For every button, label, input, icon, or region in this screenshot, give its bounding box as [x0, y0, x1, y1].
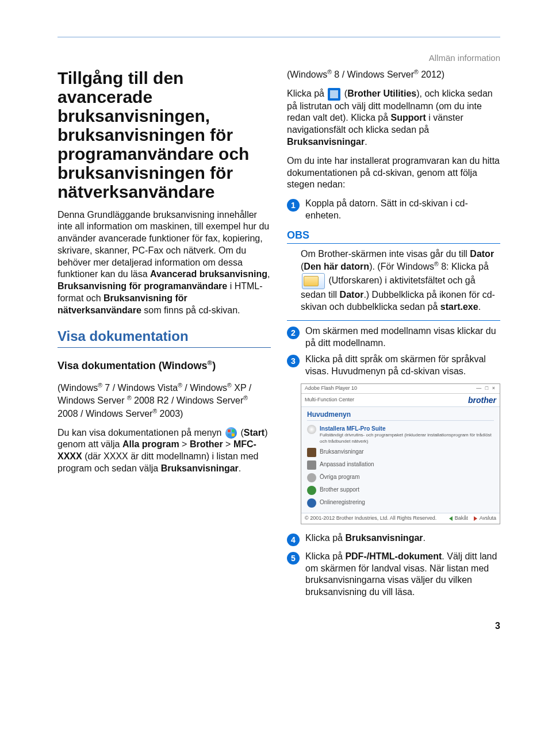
right-column: (Windows® 8 / Windows Server® 2012) Klic…: [287, 68, 500, 604]
screenshot-item-manuals: Bruksanvisningar: [307, 446, 494, 459]
text: 2008 / Windows Server: [57, 409, 152, 419]
text: Visa dokumentation (Windows: [57, 360, 208, 371]
reg-mark: ®: [208, 359, 213, 366]
screenshot-window-title: Adobe Flash Player 10: [305, 385, 357, 392]
step-text: Om skärmen med modellnamn visas klickar …: [305, 325, 500, 350]
text: .: [239, 463, 241, 473]
window-controls-icon: — □ ×: [476, 385, 496, 392]
step-text: Koppla på datorn. Sätt in cd-skivan i cd…: [305, 198, 500, 222]
step-5: 5 Klicka på PDF-/HTML-dokument. Välj dit…: [287, 551, 500, 598]
screenshot-footer: © 2001-2012 Brother Industries, Ltd. All…: [301, 513, 500, 524]
obs-body: Om Brother-skärmen inte visas går du til…: [287, 248, 500, 313]
bold-brother-utilities: Brother Utilities: [347, 89, 416, 98]
subheading: Visa dokumentation (Windows®): [57, 358, 271, 373]
globe-icon: [307, 498, 316, 508]
section-heading: Visa dokumentation: [57, 327, 271, 345]
text: ,: [267, 269, 270, 279]
bold-start-exe: start.exe: [440, 302, 478, 312]
text: Klicka på: [305, 551, 345, 561]
step-text: Klicka på Bruksanvisningar.: [305, 532, 500, 546]
text: (Windows: [57, 383, 98, 393]
text: ): [212, 360, 216, 371]
text: 2008 R2 / Windows Server: [132, 396, 244, 406]
support-icon: [307, 486, 316, 495]
section-rule: [57, 347, 271, 348]
step-text: Klicka på PDF-/HTML-dokument. Välj ditt …: [305, 551, 500, 598]
brother-logo: brother: [468, 395, 496, 405]
exit-button: Avsluta: [474, 515, 496, 522]
item-subtitle: Fullständigt drivrutins- och programpake…: [320, 432, 494, 444]
text: >: [223, 439, 233, 449]
brother-utilities-paragraph: Klicka på (Brother Utilities), och klick…: [287, 88, 500, 148]
item-label: Anpassad installation: [320, 460, 374, 468]
bold-start: Start: [244, 428, 264, 438]
text: 2012): [419, 70, 444, 79]
text: >: [179, 439, 190, 449]
installer-screenshot: Adobe Flash Player 10 — □ × Multi-Functi…: [301, 383, 500, 524]
top-rule: [57, 37, 500, 37]
step-bullet-3: 3: [287, 355, 300, 367]
book-icon: [307, 448, 316, 457]
item-title: Installera MFL-Pro Suite: [320, 425, 494, 432]
item-label: Brother support: [320, 486, 359, 493]
text: Klicka på: [305, 533, 345, 543]
text: ). (För Windows: [369, 262, 434, 271]
running-header: Allmän information: [57, 52, 500, 64]
gear-icon: [307, 473, 316, 482]
bold-den-har-datorn: Den här datorn: [304, 262, 369, 271]
obs-rule: [287, 243, 500, 244]
text: (: [342, 89, 347, 98]
screenshot-header: Multi-Function Center brother: [301, 394, 500, 407]
text: 7 / Windows Vista: [102, 383, 178, 393]
step-bullet-4: 4: [287, 534, 300, 546]
obs-rule-bottom: [287, 320, 500, 321]
page-number: 3: [57, 620, 500, 632]
text: / Windows: [182, 383, 227, 393]
copyright-text: © 2001-2012 Brother Industries, Ltd. All…: [305, 515, 436, 522]
not-installed-paragraph: Om du inte har installerat programvaran …: [287, 155, 500, 191]
bold-program: Bruksanvisning för programanvändare: [57, 281, 227, 291]
text: Om Brother-skärmen inte visas går du til…: [301, 249, 470, 259]
text: .: [478, 302, 481, 312]
step-bullet-5: 5: [287, 552, 300, 565]
text: .: [423, 533, 425, 543]
screenshot-item-register: Onlineregistrering: [307, 497, 494, 509]
step-text: Klicka på ditt språk om skärmen för språ…: [305, 354, 500, 378]
text: (: [238, 428, 244, 438]
chevron-right-icon: [474, 516, 477, 521]
screenshot-item-install: Installera MFL-Pro Suite Fullständigt dr…: [307, 423, 494, 446]
screenshot-menu-header: Huvudmenyn: [307, 410, 494, 421]
brother-utilities-icon: [328, 88, 340, 101]
item-label: Onlineregistrering: [320, 498, 365, 506]
bold-all-programs: Alla program: [122, 439, 179, 449]
screenshot-item-other: Övriga program: [307, 471, 494, 484]
text: Du kan visa dokumentationen på menyn: [57, 428, 224, 438]
bold-brother: Brother: [190, 439, 223, 449]
bold-support: Support: [391, 113, 426, 122]
bold-bruksanvisningar: Bruksanvisningar: [161, 463, 239, 473]
screenshot-main: Huvudmenyn Installera MFL-Pro Suite Full…: [301, 407, 500, 513]
step-bullet-2: 2: [287, 327, 300, 339]
label: Avsluta: [480, 515, 496, 522]
bold-dator2: Dator: [340, 290, 364, 300]
manual-page: Allmän information 1 Tillgång till den a…: [0, 0, 552, 650]
step-1: 1 Koppla på datorn. Sätt in cd-skivan i …: [287, 198, 500, 222]
cd-icon: [307, 425, 316, 434]
bold-pdf-html: PDF-/HTML-dokument: [345, 551, 442, 561]
text: (Windows: [287, 70, 327, 79]
main-heading: Tillgång till den avancerade bruksanvisn…: [57, 68, 271, 201]
start-menu-paragraph: Du kan visa dokumentationen på menyn (St…: [57, 427, 271, 475]
bold-bruksanvisningar: Bruksanvisningar: [345, 533, 423, 543]
windows-versions: (Windows® 7 / Windows Vista® / Windows® …: [57, 382, 271, 420]
back-button: Bakåt: [449, 515, 468, 522]
left-column: Tillgång till den avancerade bruksanvisn…: [57, 68, 271, 604]
explorer-icon: [302, 273, 325, 289]
step-4: 4 Klicka på Bruksanvisningar.: [287, 532, 500, 546]
screenshot-center-title: Multi-Function Center: [305, 397, 354, 404]
text: 8 / Windows Server: [332, 70, 414, 79]
text: 2003): [157, 409, 183, 419]
step-2: 2 Om skärmen med modellnamn visas klicka…: [287, 325, 500, 350]
chevron-left-icon: [449, 516, 453, 521]
item-label: Övriga program: [320, 473, 359, 481]
screenshot-item-support: Brother support: [307, 484, 494, 497]
